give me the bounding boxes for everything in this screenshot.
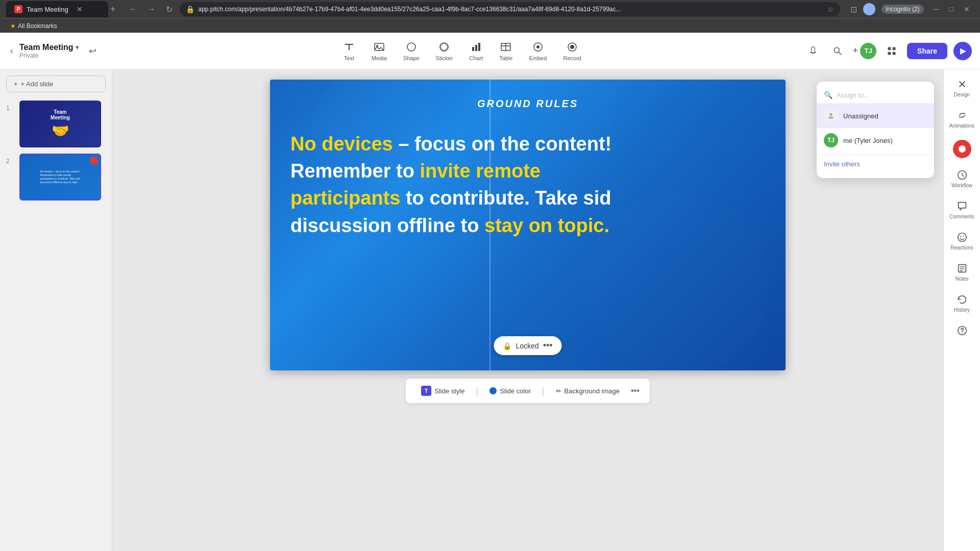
svg-point-4 xyxy=(407,43,415,51)
media-tool-icon xyxy=(373,41,385,53)
assign-option-unassigned[interactable]: Unassigned xyxy=(817,104,934,128)
tool-record-label: Record xyxy=(563,55,581,61)
plus-icon: + xyxy=(14,80,18,88)
sidebar-item-animations[interactable]: Animations xyxy=(946,105,978,134)
tab-favicon: P xyxy=(14,5,22,13)
slide-item-2[interactable]: 2 No devices – focus on the content!Reme… xyxy=(6,154,106,201)
sidebar-item-design[interactable]: Design xyxy=(946,73,978,103)
comments-label: Comments xyxy=(949,214,974,219)
browser-tab[interactable]: P Team Meeting ✕ xyxy=(6,1,108,17)
svg-point-37 xyxy=(829,113,832,116)
url-text: app.pitch.com/app/presentation/4b74b27e-… xyxy=(199,6,823,13)
sidebar-item-help[interactable] xyxy=(946,320,978,341)
svg-point-36 xyxy=(962,333,963,334)
slide-main-content: No devices – focus on the content! Remem… xyxy=(290,131,765,239)
forward-button[interactable]: → xyxy=(144,3,159,16)
address-bar[interactable]: 🔒 app.pitch.com/app/presentation/4b74b27… xyxy=(180,2,840,16)
assign-search-input[interactable] xyxy=(837,91,927,99)
text-tool-icon xyxy=(343,41,355,53)
sidebar-item-reactions[interactable]: Reactions xyxy=(946,227,978,256)
lock-icon: 🔒 xyxy=(503,342,511,350)
slide-options-button[interactable]: ••• xyxy=(543,340,553,351)
slide-text-yellow-4: stay on topic. xyxy=(484,215,609,236)
tab-close-button[interactable]: ✕ xyxy=(77,5,83,13)
tool-chart[interactable]: Chart xyxy=(461,37,491,65)
notes-icon xyxy=(957,263,968,274)
search-icon xyxy=(832,46,843,56)
minimize-button[interactable]: ─ xyxy=(930,4,943,14)
workflow-icon xyxy=(957,169,968,181)
tool-embed-label: Embed xyxy=(529,55,547,61)
unassigned-avatar xyxy=(824,109,838,123)
share-button[interactable]: Share xyxy=(907,43,947,59)
search-button[interactable] xyxy=(828,42,847,60)
slide-thumbnail-1[interactable]: TeamMeeting 🤝 xyxy=(19,101,101,147)
slide-text-white-1: – focus on the content! xyxy=(398,133,611,155)
notes-label: Notes xyxy=(955,276,968,282)
slide-color-label: Slide color xyxy=(500,387,531,395)
back-to-presentations-button[interactable]: ‹ xyxy=(8,43,15,58)
tool-sticker[interactable]: Sticker xyxy=(428,37,461,65)
right-sidebar: Design Animations Workflow xyxy=(943,69,980,551)
svg-rect-1 xyxy=(349,44,350,50)
sidebar-item-comments[interactable]: Comments xyxy=(946,195,978,224)
slide1-title: TeamMeeting xyxy=(51,109,70,120)
tool-text[interactable]: Text xyxy=(335,37,363,65)
present-button[interactable]: ▶ xyxy=(953,42,972,60)
plus-icon: + xyxy=(853,45,859,56)
tool-embed[interactable]: Embed xyxy=(521,37,555,65)
svg-rect-7 xyxy=(475,45,477,51)
tool-media[interactable]: Media xyxy=(363,37,395,65)
tool-shape[interactable]: Shape xyxy=(395,37,428,65)
assign-option-me[interactable]: TJ me (Tyler Jones) xyxy=(817,128,934,153)
presentation-subtitle: Private xyxy=(19,52,79,59)
slide-style-button[interactable]: T Slide style xyxy=(416,384,470,398)
incognito-badge: Incognito (2) xyxy=(881,5,924,14)
tool-record[interactable]: Record xyxy=(555,37,589,65)
slide-bottom-toolbar: T Slide style | Slide color | ✏ Backgrou… xyxy=(406,379,650,403)
slide-line-3: participants to contribute. Take sid xyxy=(290,185,765,212)
back-button[interactable]: ← xyxy=(126,3,140,16)
undo-button[interactable]: ↩ xyxy=(89,45,96,57)
bookmarks-bar-item[interactable]: ★ All Bookmarks xyxy=(6,21,61,31)
profile-badge[interactable] xyxy=(863,3,875,15)
sidebar-item-workflow[interactable]: Workflow xyxy=(946,164,978,193)
bell-icon xyxy=(808,46,818,56)
record-button[interactable] xyxy=(953,140,971,158)
invite-others-button[interactable]: Invite others xyxy=(817,155,934,173)
slide-thumbnail-2[interactable]: No devices – focus on the content!Rememb… xyxy=(19,154,101,201)
maximize-button[interactable]: □ xyxy=(945,4,958,14)
add-content-button[interactable]: + TJ xyxy=(853,43,877,59)
extensions-icon[interactable]: ⊡ xyxy=(850,5,857,14)
locked-badge[interactable]: 🔒 Locked ••• xyxy=(494,336,561,355)
slide-line-4: discussion offline to stay on topic. xyxy=(290,212,765,239)
add-slide-button[interactable]: + + Add slide xyxy=(6,76,106,92)
new-tab-button[interactable]: + xyxy=(108,2,118,17)
slide-line-2: Remember to invite remote xyxy=(290,158,765,185)
tool-table[interactable]: Table xyxy=(491,37,521,65)
sidebar-item-history[interactable]: History xyxy=(946,289,978,318)
svg-point-28 xyxy=(958,233,966,242)
presentation-title[interactable]: Team Meeting ▾ xyxy=(19,43,79,52)
notifications-button[interactable] xyxy=(804,42,822,60)
close-window-button[interactable]: ✕ xyxy=(960,4,974,14)
svg-point-15 xyxy=(570,45,574,49)
sidebar-item-notes[interactable]: Notes xyxy=(946,258,978,287)
svg-rect-6 xyxy=(472,47,474,51)
slide-item-1[interactable]: 1 TeamMeeting 🤝 xyxy=(6,101,106,147)
tool-media-label: Media xyxy=(372,55,387,61)
comments-icon xyxy=(957,201,968,212)
slide-color-button[interactable]: Slide color xyxy=(484,385,536,397)
dashboard-button[interactable] xyxy=(883,42,901,60)
reload-button[interactable]: ↻ xyxy=(163,3,176,16)
tool-chart-label: Chart xyxy=(469,55,483,61)
main-toolbar: ‹ Team Meeting ▾ Private ↩ Text xyxy=(0,33,980,69)
bookmark-star-icon[interactable]: ☆ xyxy=(827,5,834,13)
more-options-button[interactable]: ••• xyxy=(631,386,640,395)
bookmarks-label: All Bookmarks xyxy=(18,22,57,30)
slide-title: GROUND RULES xyxy=(270,98,786,110)
title-dropdown-icon[interactable]: ▾ xyxy=(76,44,79,51)
background-image-button[interactable]: ✏ Background image xyxy=(551,385,625,397)
slide-canvas[interactable]: GROUND RULES No devices – focus on the c… xyxy=(270,80,786,370)
slide-text-white-4: discussion offline to xyxy=(290,215,484,236)
